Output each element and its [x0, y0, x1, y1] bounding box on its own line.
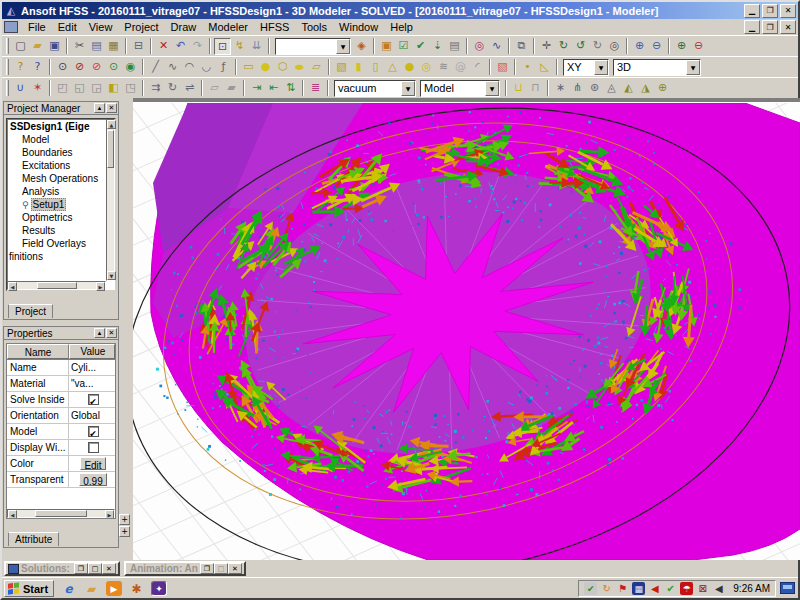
task-scheduler-icon[interactable]: ✔ — [664, 582, 677, 595]
file-explorer-icon[interactable]: ▰ — [83, 581, 100, 597]
antivirus-icon[interactable]: ☂ — [680, 582, 693, 595]
media-player-icon[interactable]: ▶ — [106, 581, 122, 596]
menu-modeler[interactable]: Modeler — [202, 20, 254, 34]
chevron-down-icon[interactable]: ▼ — [401, 81, 415, 96]
sweep-around-axis-icon[interactable]: ▰ — [223, 80, 240, 97]
color-button[interactable]: Edit — [80, 457, 106, 470]
security-alert-icon[interactable]: ⚑ — [616, 582, 629, 595]
scroll-left-icon[interactable]: ◀ — [8, 282, 17, 291]
job-browser-icon[interactable]: ◈ — [353, 38, 370, 55]
panel-pin-icon[interactable]: ▴ — [94, 103, 105, 113]
chevron-down-icon[interactable]: ▼ — [686, 60, 700, 75]
object-cs-icon[interactable]: ⊛ — [586, 80, 603, 97]
draw-ellipse-icon[interactable]: ● — [291, 62, 308, 73]
show-desktop-icon[interactable] — [780, 582, 795, 594]
draw-regular-polygon-icon[interactable]: ▱ — [308, 59, 325, 76]
tree-item-analysis[interactable]: Analysis — [8, 185, 105, 198]
panel-close-icon[interactable]: ✕ — [106, 328, 117, 338]
solutions-window-bar[interactable]: Solutions: 2... ❐ □ ✕ — [4, 561, 120, 576]
redo-icon[interactable]: ↷ — [189, 38, 206, 55]
submit-job-icon[interactable]: ⇣ — [429, 38, 446, 55]
internet-explorer-icon[interactable]: e — [60, 581, 77, 597]
zoom-out-window-icon[interactable]: ⊖ — [648, 38, 665, 55]
draw-equation-curve-icon[interactable]: ƒ — [215, 59, 232, 76]
copy-icon[interactable]: ▤ — [88, 38, 105, 55]
title-bar[interactable]: ◭ Ansoft HFSS - 20160111_vitrage07 - HFS… — [2, 2, 798, 19]
optimetrics-icon[interactable]: ▣ — [378, 38, 395, 55]
open-region-icon[interactable]: ⊔ — [510, 80, 527, 97]
face-cs-icon[interactable]: ⋔ — [569, 80, 586, 97]
menu-view[interactable]: View — [83, 20, 119, 34]
model-combobox[interactable]: Model▼ — [420, 80, 500, 97]
blend-icon[interactable]: ✶ — [29, 80, 46, 97]
tab-project[interactable]: Project — [8, 304, 53, 318]
scroll-right-icon[interactable]: ▶ — [96, 282, 105, 291]
subtract-icon[interactable]: ◰ — [54, 80, 71, 97]
draw-cylinder-icon[interactable]: ▮ — [350, 59, 367, 76]
zoom-fit-icon[interactable]: ◎ — [606, 38, 623, 55]
move-icon[interactable]: ⇥ — [248, 80, 265, 97]
transparent-button[interactable]: 0.99 — [79, 473, 106, 486]
cut-icon[interactable]: ✂ — [71, 38, 88, 55]
tree-root[interactable]: SSDesign1 (Eige — [8, 120, 105, 133]
project-tree[interactable]: SSDesign1 (EigeModelBoundariesExcitation… — [6, 118, 116, 291]
maximize-button[interactable]: □ — [88, 563, 102, 574]
unite-icon[interactable]: ∪ — [12, 80, 29, 97]
layers-icon[interactable]: ≣ — [307, 80, 324, 97]
close-button[interactable]: ✕ — [228, 563, 242, 574]
menu-window[interactable]: Window — [333, 20, 384, 34]
relative-cs-icon[interactable]: ◬ — [603, 80, 620, 97]
simulation-combobox[interactable]: ▼ — [275, 38, 351, 55]
rotate-center-icon[interactable]: ↻ — [555, 38, 572, 55]
menu-hfss[interactable]: HFSS — [254, 20, 295, 34]
tree-item-finitions[interactable]: finitions — [8, 250, 105, 263]
project-tree-hscrollbar[interactable]: ◀ ▶ — [7, 281, 106, 290]
close-region-icon[interactable]: ⊓ — [527, 80, 544, 97]
draw-polygon-icon[interactable]: ⬡ — [274, 59, 291, 76]
draw-box-icon[interactable]: ▧ — [333, 59, 350, 76]
menu-draw[interactable]: Draw — [165, 20, 203, 34]
move-cs-icon[interactable]: ◮ — [637, 80, 654, 97]
restore-button[interactable]: ❐ — [762, 4, 778, 18]
hide-selection-icon[interactable]: ⊘ — [71, 59, 88, 76]
draw-line-icon[interactable]: ╱ — [147, 59, 164, 76]
project-tree-vscrollbar[interactable]: ▲ ▼ — [106, 119, 115, 281]
restore-button[interactable]: ❐ — [200, 563, 214, 574]
tree-item-mesh-operations[interactable]: Mesh Operations — [8, 172, 105, 185]
draw-helix-icon[interactable]: ≋ — [435, 59, 452, 76]
desktop-list-icon[interactable]: ⊡ — [214, 38, 231, 55]
printer-offline-icon[interactable]: ⊠ — [696, 582, 709, 595]
context-help-icon[interactable]: ? — [29, 59, 46, 76]
hide-all-icon[interactable]: ⊘ — [88, 59, 105, 76]
intersect-icon[interactable]: ◱ — [71, 80, 88, 97]
safely-remove-hardware-icon[interactable]: ✔ — [584, 582, 597, 595]
tree-item-optimetrics[interactable]: Optimetrics — [8, 211, 105, 224]
minimize-button[interactable]: ▁ — [744, 4, 760, 18]
sweep-along-vector-icon[interactable]: ▱ — [206, 80, 223, 97]
zoom-out-icon[interactable]: ⊖ — [690, 38, 707, 55]
properties-hscrollbar[interactable]: ◀ ▶ — [7, 509, 115, 518]
scale-icon[interactable]: ⇅ — [282, 80, 299, 97]
scroll-up-icon[interactable]: ▲ — [107, 120, 116, 129]
menu-file[interactable]: File — [22, 20, 52, 34]
save-icon[interactable]: ▣ — [46, 38, 63, 55]
checkbox-model[interactable]: ✔ — [88, 426, 99, 437]
rotate-model-icon[interactable]: ↺ — [572, 38, 589, 55]
chevron-down-icon[interactable]: ▼ — [594, 60, 608, 75]
toolbar-grip[interactable] — [6, 80, 9, 96]
help-topics-icon[interactable]: ? — [12, 59, 29, 76]
restore-button[interactable]: ❐ — [74, 563, 88, 574]
draw-segmented-cylinder-icon[interactable]: ▯ — [367, 59, 384, 76]
analyze-all-icon[interactable]: ✔ — [412, 38, 429, 55]
toolbar-grip[interactable] — [6, 38, 9, 54]
draw-arc-center-icon[interactable]: ◠ — [181, 59, 198, 76]
drawing-plane-combobox[interactable]: XY▼ — [563, 59, 609, 76]
draw-spiral-icon[interactable]: @ — [452, 59, 469, 76]
tree-item-excitations[interactable]: Excitations — [8, 159, 105, 172]
create-region-icon[interactable]: ▧ — [494, 59, 511, 76]
checkbox-display-wi-[interactable] — [88, 442, 99, 453]
toolbar-grip[interactable] — [6, 59, 9, 75]
tree-item-boundaries[interactable]: Boundaries — [8, 146, 105, 159]
property-value[interactable]: Cyli... — [71, 360, 96, 375]
mdi-minimize-button[interactable]: ▁ — [744, 20, 760, 34]
